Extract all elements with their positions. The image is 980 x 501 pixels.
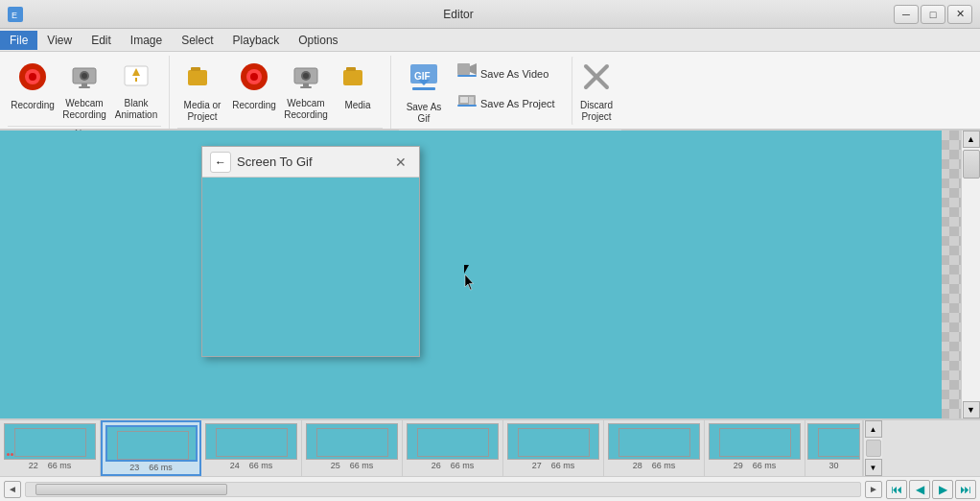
film-thumb-inner-28 — [618, 428, 690, 457]
media-insert-button[interactable]: Media — [333, 56, 383, 121]
film-label-24: 2466 ms — [230, 461, 273, 470]
filmstrip-scroll-thumb[interactable] — [866, 440, 881, 457]
save-as-project-label: Save As Project — [480, 98, 555, 109]
film-frame-27[interactable]: 2766 ms — [503, 420, 604, 476]
save-small-group: Save As Video Save As Project — [451, 56, 566, 121]
filmstrip-scroll-down[interactable]: ▼ — [865, 459, 882, 476]
webcam-recording-button[interactable]: WebcamRecording — [59, 56, 109, 124]
recording-label: Recording — [11, 100, 55, 111]
webcam-recording-insert-button[interactable]: WebcamRecording — [281, 56, 331, 124]
save-gif-icon: GIF — [407, 60, 441, 100]
recording-insert-label: Recording — [232, 100, 276, 111]
horizontal-scroll-track[interactable] — [25, 482, 861, 497]
filmstrip-scroll-up[interactable]: ▲ — [865, 420, 882, 438]
film-label-28: 2866 ms — [633, 461, 676, 470]
svg-point-7 — [82, 73, 87, 79]
save-as-gif-button[interactable]: GIF Save AsGif — [399, 56, 449, 128]
menu-select[interactable]: Select — [172, 31, 222, 50]
recording-button[interactable]: Recording — [8, 56, 58, 121]
blank-animation-icon — [121, 60, 152, 96]
svg-rect-9 — [79, 86, 90, 88]
svg-rect-23 — [343, 70, 362, 85]
playback-controls: ⏮ ◀ ▶ ⏭ — [886, 480, 976, 499]
filmstrip-scrollbar[interactable]: ▲ ▼ — [863, 420, 882, 476]
dialog-back-button[interactable]: ← — [210, 152, 231, 173]
film-thumb-inner-24 — [216, 428, 288, 457]
screen-to-gif-dialog: ← Screen To Gif ✕ — [201, 146, 420, 357]
film-label-25: 2566 ms — [331, 461, 374, 470]
recording-icon — [16, 60, 49, 98]
film-frame-26[interactable]: 2666 ms — [403, 420, 503, 476]
next-frame-button[interactable]: ▶ — [932, 480, 953, 499]
canvas: ← Screen To Gif ✕ — [0, 131, 961, 418]
film-frame-24[interactable]: 2466 ms — [201, 420, 302, 476]
save-as-project-button[interactable]: Save As Project — [451, 89, 566, 117]
film-frame-23[interactable]: 2366 ms — [101, 420, 201, 476]
filmstrip: 2266 ms 2366 ms 2466 ms 2566 ms 2666 ms … — [0, 418, 980, 476]
vertical-scrollbar[interactable]: ▲ ▼ — [961, 131, 980, 418]
menu-view[interactable]: View — [37, 31, 82, 50]
film-thumb-22 — [4, 423, 96, 460]
svg-rect-35 — [457, 105, 477, 107]
webcam-recording-insert-label: WebcamRecording — [284, 98, 328, 121]
media-project-icon — [186, 60, 219, 98]
svg-marker-30 — [470, 63, 477, 75]
film-label-22: 2266 ms — [29, 461, 72, 470]
film-label-30: 30 — [828, 461, 838, 470]
film-thumb-29 — [709, 423, 801, 460]
save-as-video-button[interactable]: Save As Video — [451, 60, 566, 87]
scroll-left-button[interactable]: ◄ — [4, 481, 21, 498]
scroll-down-button[interactable]: ▼ — [963, 401, 980, 418]
menu-image[interactable]: Image — [121, 31, 172, 50]
recording-insert-button[interactable]: Recording — [229, 56, 279, 121]
svg-rect-28 — [412, 87, 435, 90]
blank-animation-button[interactable]: BlankAnimation — [111, 56, 161, 124]
media-or-project-button[interactable]: Media orProject — [177, 56, 227, 126]
film-label-29: 2966 ms — [734, 461, 777, 470]
film-dot — [11, 453, 13, 456]
ribbon-new-buttons: Recording WebcamRecording — [8, 56, 161, 124]
window-controls: ─ □ ✕ — [894, 5, 972, 24]
film-thumb-23 — [105, 425, 198, 462]
film-thumb-inner-27 — [518, 428, 590, 457]
ribbon-section-new: Recording WebcamRecording — [0, 56, 170, 129]
go-to-start-button[interactable]: ⏮ — [886, 480, 907, 499]
close-button[interactable]: ✕ — [947, 5, 972, 24]
film-frame-22[interactable]: 2266 ms — [0, 420, 101, 476]
film-label-23: 2366 ms — [129, 463, 173, 472]
svg-rect-22 — [300, 86, 312, 88]
film-thumb-26 — [407, 423, 499, 460]
film-thumb-30 — [807, 423, 860, 460]
minimize-button[interactable]: ─ — [894, 5, 919, 24]
media-project-label: Media orProject — [184, 100, 222, 123]
ribbon-section-insert: Media orProject Recording — [170, 56, 391, 129]
film-frame-29[interactable]: 2966 ms — [705, 420, 805, 476]
bottom-nav-area: ◄ ► ⏮ ◀ ▶ ⏭ — [0, 476, 980, 501]
svg-rect-34 — [469, 97, 474, 105]
scroll-up-button[interactable]: ▲ — [963, 131, 980, 148]
dialog-titlebar: ← Screen To Gif ✕ — [202, 147, 419, 178]
discard-project-button[interactable]: DiscardProject — [572, 56, 621, 126]
prev-frame-button[interactable]: ◀ — [909, 480, 930, 499]
titlebar: E Editor ─ □ ✕ — [0, 0, 980, 29]
menu-options[interactable]: Options — [289, 31, 347, 50]
go-to-end-button[interactable]: ⏭ — [955, 480, 976, 499]
maximize-button[interactable]: □ — [921, 5, 945, 24]
media-insert-icon — [341, 60, 374, 98]
dialog-close-button[interactable]: ✕ — [390, 152, 411, 173]
horizontal-scroll-thumb[interactable] — [35, 484, 227, 495]
film-dots-22 — [7, 453, 13, 456]
window-title: Editor — [23, 8, 894, 21]
svg-point-20 — [303, 73, 309, 79]
menu-playback[interactable]: Playback — [223, 31, 290, 50]
scroll-thumb-vertical[interactable] — [963, 150, 980, 179]
menu-edit[interactable]: Edit — [82, 31, 121, 50]
svg-rect-29 — [457, 63, 470, 75]
film-frame-25[interactable]: 2566 ms — [302, 420, 403, 476]
menu-file[interactable]: File — [0, 31, 37, 50]
film-thumb-25 — [306, 423, 398, 460]
scroll-right-button[interactable]: ► — [865, 481, 882, 498]
film-frame-30[interactable]: 30 — [805, 420, 863, 476]
film-frame-28[interactable]: 2866 ms — [604, 420, 705, 476]
save-as-video-label: Save As Video — [480, 68, 548, 80]
